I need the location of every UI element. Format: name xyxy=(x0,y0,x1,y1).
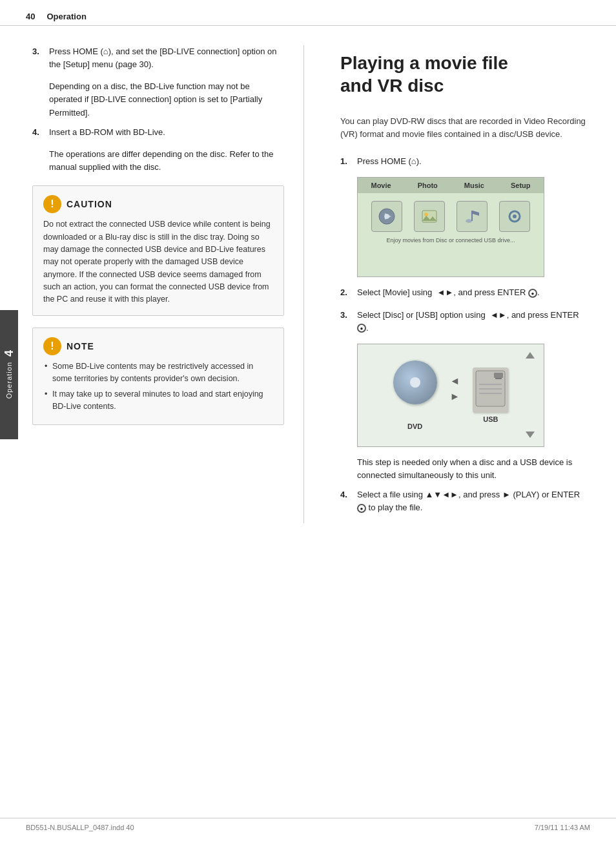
content-area: 3. Press HOME (⌂), and set the [BD-LIVE … xyxy=(0,26,616,543)
sidebar-label: Operation xyxy=(5,362,13,399)
step-4: 4. Insert a BD-ROM with BD-Live. xyxy=(32,126,284,139)
right-step3-sub: This step is needed only when a disc and… xyxy=(357,456,590,482)
menu-icons xyxy=(371,201,530,232)
svg-marker-10 xyxy=(526,352,535,359)
note-title: NOTE xyxy=(67,341,94,351)
svg-point-9 xyxy=(513,214,517,218)
step3-num: 3. xyxy=(32,45,46,71)
step4-text: Insert a BD-ROM with BD-Live. xyxy=(49,126,284,139)
music-icon-svg xyxy=(462,207,482,226)
caution-header: ! CAUTION xyxy=(43,195,273,213)
footer-right: 7/19/11 11:43 AM xyxy=(535,824,590,831)
page-wrapper: 40 Operation 4 Operation 3. Press HOME (… xyxy=(0,0,616,843)
caution-text: Do not extract the connected USB device … xyxy=(43,218,273,306)
note-icon: ! xyxy=(43,337,61,355)
right-col-inner: Playing a movie fileand VR disc You can … xyxy=(317,52,590,514)
menu-tab-photo: Photo xyxy=(418,182,438,189)
svg-rect-15 xyxy=(479,393,502,394)
usb-wrap: USB xyxy=(473,368,508,423)
menu-screenshot: Movie Photo Music Setup xyxy=(357,177,544,277)
caution-title: CAUTION xyxy=(67,199,112,209)
top-header: 40 Operation xyxy=(0,0,616,26)
note-list: Some BD-Live contents may be restrictive… xyxy=(43,360,273,413)
menu-icon-setup xyxy=(499,201,530,232)
movie-icon-svg xyxy=(377,207,396,226)
header-title: Operation xyxy=(46,12,86,21)
sidebar-number: 4 xyxy=(3,350,16,357)
menu-tab-music: Music xyxy=(464,182,484,189)
right-arrow-icon: ► xyxy=(450,391,460,402)
right-step-1: 1. Press HOME (⌂). xyxy=(340,155,590,168)
page-number: 40 xyxy=(26,12,35,21)
right-step4-num: 4. xyxy=(340,488,354,514)
dvd-label: DVD xyxy=(407,422,422,430)
left-column: 3. Press HOME (⌂), and set the [BD-LIVE … xyxy=(32,45,303,523)
note-header: ! NOTE xyxy=(43,337,273,355)
right-step3-num: 3. xyxy=(340,309,354,335)
step-3: 3. Press HOME (⌂), and set the [BD-LIVE … xyxy=(32,45,284,71)
note-box: ! NOTE Some BD-Live contents may be rest… xyxy=(32,328,284,426)
right-column: Playing a movie fileand VR disc You can … xyxy=(304,45,590,523)
right-step1-num: 1. xyxy=(340,155,354,168)
menu-tab-movie: Movie xyxy=(371,182,391,189)
step3-sub: Depending on a disc, the BD-Live functio… xyxy=(49,80,284,119)
scroll-down-arrow xyxy=(526,430,535,440)
dvd-wrap: DVD xyxy=(393,360,437,430)
left-arrow-icon: ◄ xyxy=(450,375,460,387)
section-title-text: Playing a movie fileand VR disc xyxy=(340,53,508,96)
section-title: Playing a movie fileand VR disc xyxy=(340,52,590,97)
note-item-1: Some BD-Live contents may be restrictive… xyxy=(43,360,273,386)
menu-bar: Movie Photo Music Setup xyxy=(358,178,544,193)
svg-marker-16 xyxy=(526,432,535,438)
footer-left: BD551-N.BUSALLP_0487.indd 40 xyxy=(26,824,535,831)
svg-point-6 xyxy=(466,219,472,223)
step4-sub: The operations are differ depending on t… xyxy=(49,148,284,174)
note-item-2: It may take up to several minutes to loa… xyxy=(43,388,273,413)
disc-usb-inner: DVD ◄ ► xyxy=(393,360,509,430)
right-step2-text: Select [Movie] using ◄►, and press ENTER… xyxy=(357,286,590,299)
step4-num: 4. xyxy=(32,126,46,139)
step3-text: Press HOME (⌂), and set the [BD-LIVE con… xyxy=(49,45,284,71)
caution-box: ! CAUTION Do not extract the connected U… xyxy=(32,185,284,316)
menu-bottom-text: Enjoy movies from Disc or connected USB … xyxy=(386,237,515,244)
svg-rect-13 xyxy=(479,384,502,385)
sidebar-tab: 4 Operation xyxy=(0,310,18,439)
right-step-3: 3. Select [Disc] or [USB] option using ◄… xyxy=(340,309,590,335)
page-footer: BD551-N.BUSALLP_0487.indd 40 7/19/11 11:… xyxy=(0,818,616,831)
dvd-icon xyxy=(393,360,437,404)
nav-arrows: ◄ ► xyxy=(450,375,460,402)
usb-icon xyxy=(473,368,508,413)
svg-rect-12 xyxy=(495,374,502,379)
menu-icon-movie xyxy=(371,201,402,232)
caution-icon: ! xyxy=(43,195,61,213)
right-step-4: 4. Select a file using ▲▼◄►, and press ►… xyxy=(340,488,590,514)
note-exclamation: ! xyxy=(50,341,54,351)
right-step3-text: Select [Disc] or [USB] option using ◄►, … xyxy=(357,309,590,335)
scroll-up-arrow xyxy=(526,351,535,360)
svg-rect-14 xyxy=(479,388,502,390)
right-step1-text: Press HOME (⌂). xyxy=(357,155,590,168)
photo-icon-svg xyxy=(420,207,439,226)
right-step2-num: 2. xyxy=(340,286,354,299)
caution-exclamation: ! xyxy=(50,199,54,209)
section-intro: You can play DVD-RW discs that are recor… xyxy=(340,115,590,141)
menu-icon-photo xyxy=(414,201,445,232)
setup-icon-svg xyxy=(505,207,524,226)
menu-tab-setup: Setup xyxy=(511,182,531,189)
disc-usb-screenshot: DVD ◄ ► xyxy=(357,344,544,447)
svg-rect-7 xyxy=(471,211,473,221)
right-step4-text: Select a file using ▲▼◄►, and press ► (P… xyxy=(357,488,590,514)
usb-icon-svg xyxy=(473,368,508,413)
menu-icon-music xyxy=(457,201,488,232)
usb-label: USB xyxy=(483,415,498,423)
right-step-2: 2. Select [Movie] using ◄►, and press EN… xyxy=(340,286,590,299)
